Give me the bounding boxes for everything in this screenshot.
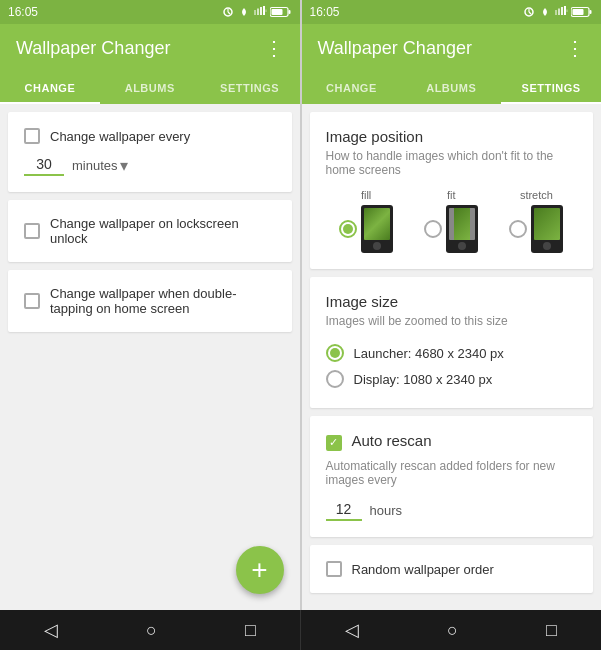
- svg-line-13: [529, 12, 531, 14]
- fit-radio[interactable]: [424, 220, 442, 238]
- hours-label: hours: [370, 503, 403, 518]
- svg-rect-18: [567, 10, 568, 13]
- launcher-radio-row[interactable]: Launcher: 4680 x 2340 px: [326, 340, 578, 366]
- svg-rect-5: [260, 7, 262, 15]
- svg-rect-6: [263, 6, 265, 15]
- change-every-label: Change wallpaper every: [50, 129, 190, 144]
- stretch-label: stretch: [520, 189, 553, 201]
- minutes-label: minutes: [72, 158, 118, 173]
- stretch-radio[interactable]: [509, 220, 527, 238]
- right-tab-settings[interactable]: SETTINGS: [501, 72, 601, 104]
- fit-phone-thumb: [446, 205, 478, 253]
- left-status-icons: [222, 6, 292, 18]
- right-app-title: Wallpaper Changer: [318, 38, 472, 59]
- image-size-desc: Images will be zoomed to this size: [326, 314, 578, 328]
- lockscreen-label: Change wallpaper on lockscreen unlock: [50, 216, 276, 246]
- right-content: Image position How to handle images whic…: [302, 104, 602, 610]
- display-radio-row[interactable]: Display: 1080 x 2340 px: [326, 366, 578, 392]
- auto-rescan-card: Auto rescan Automatically rescan added f…: [310, 416, 594, 537]
- random-wallpaper-label: Random wallpaper order: [352, 562, 494, 577]
- svg-rect-21: [573, 9, 584, 15]
- svg-rect-16: [561, 7, 563, 15]
- hours-input[interactable]: [326, 499, 362, 521]
- image-position-card: Image position How to handle images whic…: [310, 112, 594, 269]
- double-tap-checkbox[interactable]: [24, 293, 40, 309]
- left-menu-button[interactable]: ⋮: [264, 36, 284, 60]
- left-tab-bar: CHANGE ALBUMS SETTINGS: [0, 72, 300, 104]
- fill-radio[interactable]: [339, 220, 357, 238]
- left-back-button[interactable]: ◁: [44, 619, 58, 641]
- change-every-checkbox[interactable]: [24, 128, 40, 144]
- svg-rect-15: [558, 9, 560, 16]
- right-menu-button[interactable]: ⋮: [565, 36, 585, 60]
- left-tab-change[interactable]: CHANGE: [0, 72, 100, 104]
- stretch-radio-phone: [509, 205, 563, 253]
- image-position-options: fill fit: [326, 189, 578, 253]
- left-app-title: Wallpaper Changer: [16, 38, 170, 59]
- right-tab-albums[interactable]: ALBUMS: [401, 72, 501, 104]
- change-wallpaper-every-card: Change wallpaper every minutes ▾: [8, 112, 292, 192]
- lockscreen-checkbox[interactable]: [24, 223, 40, 239]
- dropdown-arrow-icon: ▾: [120, 156, 128, 175]
- auto-rescan-checkbox[interactable]: [326, 435, 342, 451]
- fab-button[interactable]: +: [236, 546, 284, 594]
- minutes-input[interactable]: [24, 154, 64, 176]
- image-position-title: Image position: [326, 128, 578, 145]
- svg-rect-3: [254, 10, 256, 15]
- random-wallpaper-checkbox[interactable]: [326, 561, 342, 577]
- right-status-icons: [523, 6, 593, 18]
- svg-rect-20: [590, 10, 592, 14]
- svg-rect-10: [271, 9, 282, 15]
- img-pos-fit[interactable]: fit: [424, 189, 478, 253]
- left-status-time: 16:05: [8, 5, 38, 19]
- display-label: Display: 1080 x 2340 px: [354, 372, 493, 387]
- fit-label: fit: [447, 189, 456, 201]
- lockscreen-card: Change wallpaper on lockscreen unlock: [8, 200, 292, 262]
- fill-radio-phone: [339, 205, 393, 253]
- svg-rect-9: [288, 10, 290, 14]
- right-status-time: 16:05: [310, 5, 340, 19]
- right-tab-change[interactable]: CHANGE: [302, 72, 402, 104]
- double-tap-card: Change wallpaper when double-tapping on …: [8, 270, 292, 332]
- image-size-card: Image size Images will be zoomed to this…: [310, 277, 594, 408]
- random-wallpaper-card: Random wallpaper order: [310, 545, 594, 593]
- stretch-phone-thumb: [531, 205, 563, 253]
- left-tab-settings[interactable]: SETTINGS: [200, 72, 300, 104]
- svg-rect-14: [555, 10, 557, 15]
- svg-line-2: [228, 12, 230, 14]
- svg-rect-7: [265, 10, 266, 13]
- auto-rescan-title: Auto rescan: [352, 432, 432, 449]
- svg-rect-4: [257, 9, 259, 16]
- right-tab-bar: CHANGE ALBUMS SETTINGS: [302, 72, 602, 104]
- img-pos-stretch[interactable]: stretch: [509, 189, 563, 253]
- auto-rescan-desc: Automatically rescan added folders for n…: [326, 459, 578, 487]
- launcher-radio[interactable]: [326, 344, 344, 362]
- fill-label: fill: [361, 189, 371, 201]
- image-position-desc: How to handle images which don't fit to …: [326, 149, 578, 177]
- fill-phone-thumb: [361, 205, 393, 253]
- image-size-title: Image size: [326, 293, 578, 310]
- left-recent-button[interactable]: □: [245, 620, 256, 641]
- svg-rect-17: [564, 6, 566, 15]
- left-home-button[interactable]: ○: [146, 620, 157, 641]
- fit-radio-phone: [424, 205, 478, 253]
- right-nav-bar: ◁ ○ □: [300, 610, 601, 650]
- left-content: Change wallpaper every minutes ▾ Cha: [0, 104, 300, 610]
- minutes-dropdown[interactable]: minutes ▾: [72, 156, 128, 175]
- right-back-button[interactable]: ◁: [345, 619, 359, 641]
- left-nav-bar: ◁ ○ □: [0, 610, 300, 650]
- right-recent-button[interactable]: □: [546, 620, 557, 641]
- img-pos-fill[interactable]: fill: [339, 189, 393, 253]
- launcher-label: Launcher: 4680 x 2340 px: [354, 346, 504, 361]
- double-tap-label: Change wallpaper when double-tapping on …: [50, 286, 276, 316]
- display-radio[interactable]: [326, 370, 344, 388]
- right-home-button[interactable]: ○: [447, 620, 458, 641]
- left-tab-albums[interactable]: ALBUMS: [100, 72, 200, 104]
